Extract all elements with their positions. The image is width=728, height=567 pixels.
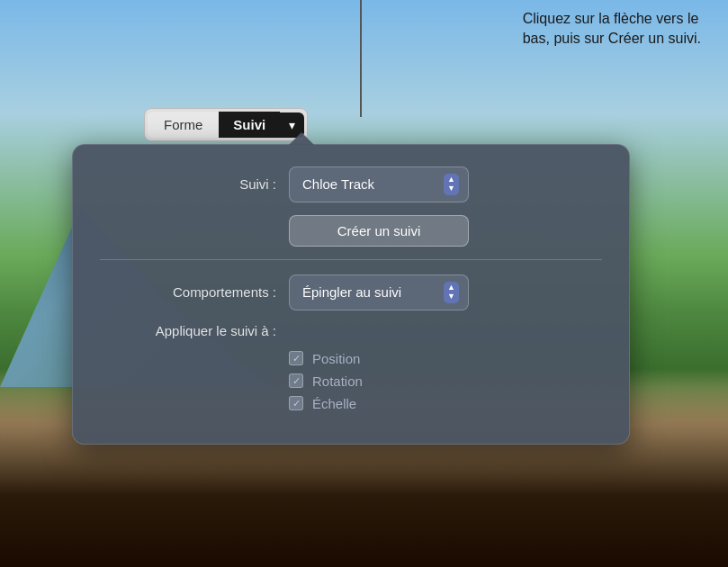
- suivi-field-label: Suivi :: [100, 176, 289, 192]
- checkbox-row-echelle: ✓ Échelle: [289, 396, 602, 411]
- callout-text: Cliquez sur la flèche vers le bas, puis …: [523, 9, 701, 50]
- callout-line1: Cliquez sur la flèche vers le: [523, 11, 699, 26]
- suivi-row: Suivi : Chloe Track ▲ ▼: [100, 166, 602, 202]
- apply-field-label: Appliquer le suivi à :: [100, 323, 289, 338]
- echelle-label: Échelle: [312, 396, 356, 411]
- position-checkbox[interactable]: ✓: [289, 351, 303, 365]
- comportements-select[interactable]: Épingler au suivi ▲ ▼: [289, 274, 469, 310]
- comportements-field-label: Comportements :: [100, 284, 289, 300]
- checkbox-row-rotation: ✓ Rotation: [289, 374, 602, 389]
- dropdown-icon: ▾: [289, 118, 295, 132]
- position-check-icon: ✓: [292, 354, 301, 364]
- echelle-checkbox[interactable]: ✓: [289, 396, 303, 410]
- popup-panel: Suivi : Chloe Track ▲ ▼ Créer un suivi C…: [72, 144, 630, 445]
- echelle-check-icon: ✓: [292, 399, 301, 409]
- checkbox-row-position: ✓ Position: [289, 351, 602, 366]
- forme-button[interactable]: Forme: [148, 112, 219, 138]
- suivi-button[interactable]: Suivi: [219, 112, 280, 138]
- callout-line2: bas, puis sur Créer un suivi.: [523, 31, 701, 46]
- comportements-stepper[interactable]: ▲ ▼: [444, 282, 459, 303]
- toolbar: Forme Suivi ▾: [144, 108, 308, 141]
- comportements-row: Comportements : Épingler au suivi ▲ ▼: [100, 259, 602, 310]
- rotation-label: Rotation: [312, 374, 363, 389]
- apply-row-header: Appliquer le suivi à :: [100, 323, 602, 338]
- suivi-select[interactable]: Chloe Track ▲ ▼: [289, 166, 469, 202]
- rotation-checkbox[interactable]: ✓: [289, 374, 303, 388]
- callout-line: [360, 0, 362, 117]
- stepper-down-icon: ▼: [447, 184, 455, 194]
- comportements-stepper-down-icon: ▼: [447, 292, 455, 302]
- create-suivi-button[interactable]: Créer un suivi: [289, 215, 469, 247]
- comportements-select-value: Épingler au suivi: [302, 284, 436, 300]
- rotation-check-icon: ✓: [292, 376, 301, 386]
- suivi-select-value: Chloe Track: [302, 176, 436, 192]
- suivi-stepper[interactable]: ▲ ▼: [444, 174, 459, 195]
- position-label: Position: [312, 351, 360, 366]
